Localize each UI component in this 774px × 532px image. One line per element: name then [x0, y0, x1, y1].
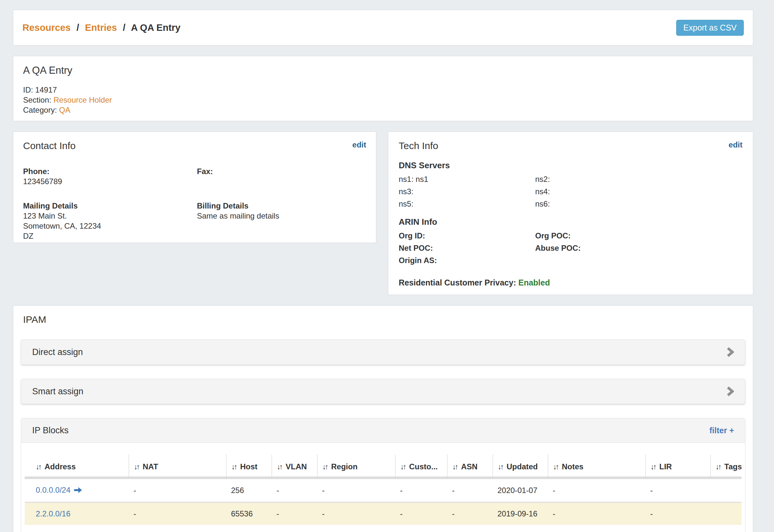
- fax-label: Fax:: [197, 166, 366, 176]
- column-header-updated[interactable]: ↓↑Updated: [493, 454, 548, 479]
- table-row: 2.2.0.0/16 - 65536 - - - - 2019-09-16 - …: [25, 503, 742, 525]
- ipam-panel: IPAM Direct assign Smart assign IP Block…: [13, 305, 753, 532]
- sort-icon: ↓↑: [134, 462, 139, 471]
- contact-edit-link[interactable]: edit: [352, 140, 366, 149]
- dns-servers-heading: DNS Servers: [399, 160, 742, 171]
- tech-info-title: Tech Info: [399, 140, 438, 151]
- updated-cell: 2020-01-07: [493, 479, 548, 503]
- arin-info-grid: Org ID: Org POC: Net POC: Abuse POC: Ori…: [399, 232, 742, 264]
- lir-cell: -: [645, 479, 710, 503]
- entry-id-line: ID: 14917: [23, 85, 743, 95]
- column-header-customer[interactable]: ↓↑Custo...: [395, 454, 447, 479]
- entry-summary-panel: A QA Entry ID: 14917 Section: Resource H…: [13, 56, 753, 121]
- tech-edit-link[interactable]: edit: [729, 140, 742, 149]
- mailing-details-label: Mailing Details: [23, 201, 197, 211]
- residential-privacy-line: Residential Customer Privacy: Enabled: [399, 278, 742, 287]
- goto-arrow-icon[interactable]: [74, 486, 82, 495]
- sort-icon: ↓↑: [498, 462, 503, 471]
- contact-info-title: Contact Info: [23, 140, 76, 151]
- smart-assign-accordion[interactable]: Smart assign: [21, 379, 745, 404]
- ipam-title: IPAM: [23, 314, 745, 325]
- billing-details-label: Billing Details: [197, 201, 366, 211]
- column-header-host[interactable]: ↓↑Host: [226, 454, 272, 479]
- ip-block-link[interactable]: 0.0.0.0/24: [36, 486, 70, 494]
- arin-label: Net POC:: [399, 244, 535, 252]
- ip-blocks-card: IP Blocks filter + ↓↑Address ↓↑NAT ↓↑Hos…: [21, 418, 745, 532]
- column-header-asn[interactable]: ↓↑ASN: [447, 454, 493, 479]
- column-header-notes[interactable]: ↓↑Notes: [548, 454, 645, 479]
- breadcrumb-resources-link[interactable]: Resources: [22, 22, 70, 33]
- sort-icon: ↓↑: [400, 462, 405, 471]
- direct-assign-accordion[interactable]: Direct assign: [21, 339, 745, 365]
- vlan-cell: -: [272, 503, 317, 525]
- dns-servers-grid: ns1: ns1 ns2: ns3: ns4: ns5: ns6:: [399, 175, 742, 208]
- nat-cell: -: [129, 503, 226, 525]
- column-header-address[interactable]: ↓↑Address: [25, 454, 129, 479]
- phone-label: Phone:: [23, 166, 197, 176]
- dns-entry: ns2:: [535, 175, 742, 183]
- sort-icon: ↓↑: [553, 462, 558, 471]
- nat-cell: -: [129, 479, 226, 503]
- arin-label: Origin AS:: [399, 256, 535, 264]
- breadcrumb-current: A QA Entry: [131, 22, 181, 33]
- customer-cell: -: [395, 503, 447, 525]
- arin-label: Org ID:: [399, 232, 535, 240]
- sort-icon: ↓↑: [452, 462, 457, 471]
- dns-entry: ns5:: [399, 200, 535, 208]
- table-row: 0.0.0.0/24 - 256 - - - - 2020-01-07 - -: [25, 479, 742, 503]
- mailing-line: DZ: [23, 231, 197, 241]
- phone-value: 123456789: [23, 176, 197, 186]
- breadcrumb-separator: /: [123, 22, 125, 33]
- customer-cell: -: [395, 479, 447, 503]
- ip-blocks-title: IP Blocks: [32, 425, 69, 436]
- entry-category-link[interactable]: QA: [59, 106, 70, 114]
- ip-blocks-table: ↓↑Address ↓↑NAT ↓↑Host ↓↑VLAN ↓↑Region ↓…: [25, 454, 742, 525]
- host-cell: 65536: [226, 503, 272, 525]
- ip-blocks-table-wrap: ↓↑Address ↓↑NAT ↓↑Host ↓↑VLAN ↓↑Region ↓…: [25, 454, 742, 525]
- breadcrumb-separator: /: [76, 22, 79, 33]
- column-header-lir[interactable]: ↓↑LIR: [645, 454, 710, 479]
- billing-value: Same as mailing details: [197, 211, 366, 221]
- column-header-tags[interactable]: ↓↑Tags: [710, 454, 742, 479]
- entry-category-label: Category:: [23, 106, 57, 114]
- chevron-right-icon: [726, 386, 734, 397]
- address-cell: 2.2.0.0/16: [25, 503, 129, 525]
- chevron-right-icon: [726, 347, 734, 358]
- export-csv-button[interactable]: Export as CSV: [676, 20, 744, 36]
- entry-section-link[interactable]: Resource Holder: [53, 95, 112, 104]
- contact-mailing-group: Mailing Details 123 Main St. Sometown, C…: [23, 201, 197, 241]
- lir-cell: -: [645, 503, 710, 525]
- entry-category-line: Category: QA: [23, 105, 743, 115]
- arin-label: Org POC:: [535, 232, 742, 240]
- filter-toggle-link[interactable]: filter +: [709, 426, 734, 435]
- updated-cell: 2019-09-16: [493, 503, 548, 525]
- column-header-vlan[interactable]: ↓↑VLAN: [272, 454, 317, 479]
- entry-section-label: Section:: [23, 95, 51, 104]
- asn-cell: -: [447, 503, 493, 525]
- mailing-line: Sometown, CA, 12234: [23, 221, 197, 231]
- tags-cell: [710, 479, 742, 503]
- tech-info-panel: Tech Info edit DNS Servers ns1: ns1 ns2:…: [388, 132, 753, 295]
- sort-icon: ↓↑: [277, 462, 282, 471]
- sort-icon: ↓↑: [716, 462, 720, 471]
- column-header-region[interactable]: ↓↑Region: [317, 454, 395, 479]
- host-cell: 256: [226, 479, 272, 503]
- entry-id-label: ID:: [23, 85, 33, 94]
- contact-billing-group: Billing Details Same as mailing details: [197, 201, 366, 241]
- ip-blocks-header: IP Blocks filter +: [21, 418, 745, 443]
- page: Resources / Entries / A QA Entry Export …: [0, 0, 774, 532]
- table-header-row: ↓↑Address ↓↑NAT ↓↑Host ↓↑VLAN ↓↑Region ↓…: [25, 454, 742, 479]
- tags-cell: [710, 503, 742, 525]
- ip-block-link[interactable]: 2.2.0.0/16: [36, 509, 70, 518]
- contact-phone-group: Phone: 123456789: [23, 166, 197, 186]
- sort-icon: ↓↑: [231, 462, 236, 471]
- sort-icon: ↓↑: [651, 462, 655, 471]
- residential-privacy-value: Enabled: [518, 278, 550, 287]
- notes-cell: -: [548, 503, 645, 525]
- breadcrumb-entries-link[interactable]: Entries: [85, 22, 117, 33]
- dns-entry: ns6:: [535, 200, 742, 208]
- column-header-nat[interactable]: ↓↑NAT: [129, 454, 226, 479]
- sort-icon: ↓↑: [36, 462, 41, 471]
- contact-info-panel: Contact Info edit Phone: 123456789 Fax: …: [13, 132, 376, 243]
- sort-icon: ↓↑: [322, 462, 327, 471]
